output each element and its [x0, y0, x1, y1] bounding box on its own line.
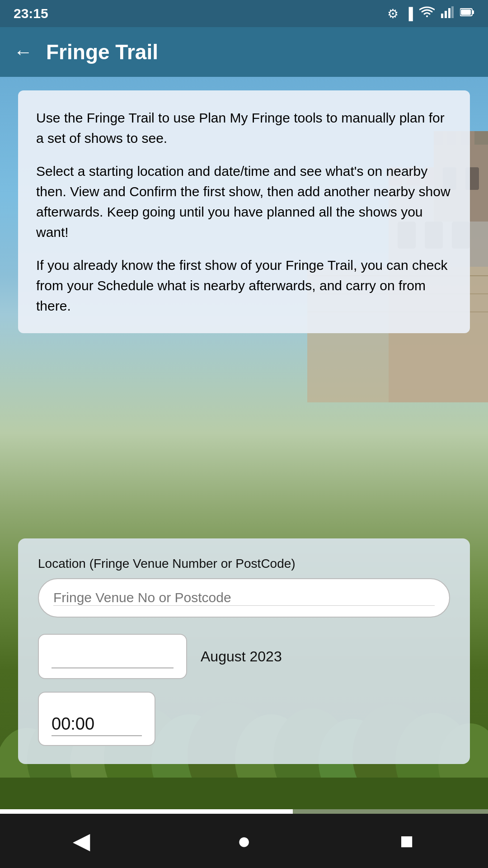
info-paragraph-3: If you already know the first show of yo… — [36, 255, 452, 316]
status-icons: ⚙ ▐ — [387, 6, 474, 21]
date-month-year-label: August 2023 — [201, 648, 282, 665]
info-card: Use the Fringe Trail to use Plan My Frin… — [18, 90, 470, 333]
progress-bar-fill — [0, 809, 293, 814]
svg-rect-17 — [474, 131, 488, 145]
info-paragraph-1: Use the Fringe Trail to use Plan My Frin… — [36, 108, 452, 148]
time-display: 00:00 — [52, 714, 142, 736]
info-paragraph-2: Select a starting location and date/time… — [36, 161, 452, 242]
svg-rect-6 — [473, 10, 474, 14]
page-title: Fringe Trail — [46, 40, 158, 64]
nav-back-button[interactable]: ◀ — [63, 823, 99, 859]
main-content: Use the Fringe Trail to use Plan My Frin… — [0, 77, 488, 868]
settings-icon: ⚙ — [387, 6, 399, 21]
svg-rect-1 — [445, 11, 447, 18]
location-input-wrapper[interactable] — [38, 578, 450, 618]
signal-icon — [441, 6, 454, 21]
status-time: 23:15 — [14, 6, 48, 21]
battery-icon — [460, 7, 474, 20]
svg-rect-5 — [461, 9, 471, 15]
navigation-bar: ◀ ● ■ — [0, 814, 488, 868]
sim-icon: ▐ — [405, 7, 413, 21]
back-button[interactable]: ← — [14, 41, 33, 63]
date-input-wrapper[interactable] — [38, 634, 187, 679]
nav-home-button[interactable]: ● — [226, 823, 262, 859]
time-input-wrapper[interactable]: 00:00 — [38, 692, 155, 746]
wifi-icon — [419, 6, 435, 21]
svg-rect-0 — [441, 14, 443, 18]
svg-rect-39 — [0, 778, 488, 814]
date-time-row: August 2023 — [38, 634, 450, 679]
app-toolbar: ← Fringe Trail — [0, 27, 488, 77]
location-label: Location (Fringe Venue Number or PostCod… — [38, 557, 450, 571]
svg-rect-3 — [451, 6, 454, 18]
nav-recents-button[interactable]: ■ — [389, 823, 425, 859]
date-input-inner — [52, 655, 174, 668]
status-bar: 23:15 ⚙ ▐ — [0, 0, 488, 27]
svg-rect-2 — [448, 8, 450, 18]
form-card: Location (Fringe Venue Number or PostCod… — [18, 538, 470, 764]
progress-bar-container — [0, 809, 488, 814]
location-input[interactable] — [53, 590, 435, 606]
